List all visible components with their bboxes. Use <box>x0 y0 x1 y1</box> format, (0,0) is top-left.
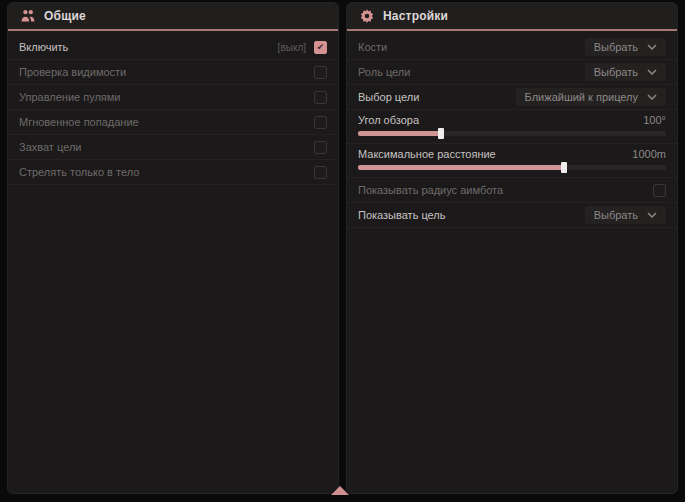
cursor-triangle-icon <box>331 486 349 495</box>
row-show-radius[interactable]: Показывать радиус аимбота <box>347 178 677 203</box>
target-role-select[interactable]: Выбрать <box>585 63 666 81</box>
chevron-down-icon <box>647 44 657 50</box>
row-fov: Угол обзора 100° <box>347 110 677 144</box>
row-bullet-control[interactable]: Управление пулями <box>8 85 338 110</box>
row-max-distance-label: Максимальное расстояние <box>358 148 496 160</box>
max-distance-slider-fill <box>358 165 564 170</box>
fov-slider[interactable] <box>358 131 666 136</box>
general-panel-header: Общие <box>8 3 338 31</box>
body-only-checkbox[interactable] <box>314 166 327 179</box>
target-lock-checkbox[interactable] <box>314 141 327 154</box>
row-enable-label: Включить <box>19 41 68 53</box>
row-bullet-control-label: Управление пулями <box>19 91 121 103</box>
settings-panel-title: Настройки <box>383 9 448 23</box>
row-target-selection: Выбор цели Ближайший к прицелу <box>347 85 677 110</box>
enable-checkbox[interactable]: ✔ <box>314 41 327 54</box>
target-role-select-value: Выбрать <box>594 66 638 78</box>
row-max-distance: Максимальное расстояние 1000m <box>347 144 677 178</box>
row-instant-hit-label: Мгновенное попадание <box>19 116 139 128</box>
show-radius-checkbox[interactable] <box>653 184 666 197</box>
row-show-target: Показывать цель Выбрать <box>347 203 677 228</box>
row-visibility-check-label: Проверка видимости <box>19 66 126 78</box>
bones-select-value: Выбрать <box>594 41 638 53</box>
general-panel-title: Общие <box>44 9 86 23</box>
row-target-role: Роль цели Выбрать <box>347 60 677 85</box>
max-distance-slider[interactable] <box>358 165 666 170</box>
chevron-down-icon <box>647 94 657 100</box>
bullet-control-checkbox[interactable] <box>314 91 327 104</box>
chevron-down-icon <box>647 212 657 218</box>
fov-value: 100° <box>643 114 666 126</box>
visibility-check-checkbox[interactable] <box>314 66 327 79</box>
max-distance-slider-handle[interactable] <box>561 162 567 173</box>
target-selection-select-value: Ближайший к прицелу <box>525 91 638 103</box>
row-body-only-label: Стрелять только в тело <box>19 166 139 178</box>
row-target-role-label: Роль цели <box>358 66 410 78</box>
fov-slider-handle[interactable] <box>438 128 444 139</box>
row-target-selection-label: Выбор цели <box>358 91 419 103</box>
settings-panel: Настройки Кости Выбрать Роль цели Выбрат… <box>346 2 678 494</box>
row-target-lock[interactable]: Захват цели <box>8 135 338 160</box>
row-target-lock-label: Захват цели <box>19 141 81 153</box>
settings-panel-header: Настройки <box>347 3 677 31</box>
row-instant-hit[interactable]: Мгновенное попадание <box>8 110 338 135</box>
show-target-select-value: Выбрать <box>594 209 638 221</box>
bones-select[interactable]: Выбрать <box>585 38 666 56</box>
chevron-down-icon <box>647 69 657 75</box>
general-rows: Включить [выкл] ✔ Проверка видимости Упр… <box>8 31 338 185</box>
row-bones: Кости Выбрать <box>347 35 677 60</box>
row-show-target-label: Показывать цель <box>358 209 446 221</box>
users-icon <box>20 8 36 24</box>
row-body-only[interactable]: Стрелять только в тело <box>8 160 338 185</box>
gear-icon <box>359 8 375 24</box>
target-selection-select[interactable]: Ближайший к прицелу <box>516 88 666 106</box>
row-show-radius-label: Показывать радиус аимбота <box>358 184 503 196</box>
row-fov-label: Угол обзора <box>358 114 419 126</box>
row-visibility-check[interactable]: Проверка видимости <box>8 60 338 85</box>
hotkey-badge: [выкл] <box>278 42 306 53</box>
settings-rows: Кости Выбрать Роль цели Выбрать Выбор це… <box>347 31 677 228</box>
show-target-select[interactable]: Выбрать <box>585 206 666 224</box>
row-bones-label: Кости <box>358 41 387 53</box>
row-enable[interactable]: Включить [выкл] ✔ <box>8 35 338 60</box>
general-panel: Общие Включить [выкл] ✔ Проверка видимос… <box>7 2 339 494</box>
max-distance-value: 1000m <box>632 148 666 160</box>
instant-hit-checkbox[interactable] <box>314 116 327 129</box>
fov-slider-fill <box>358 131 441 136</box>
